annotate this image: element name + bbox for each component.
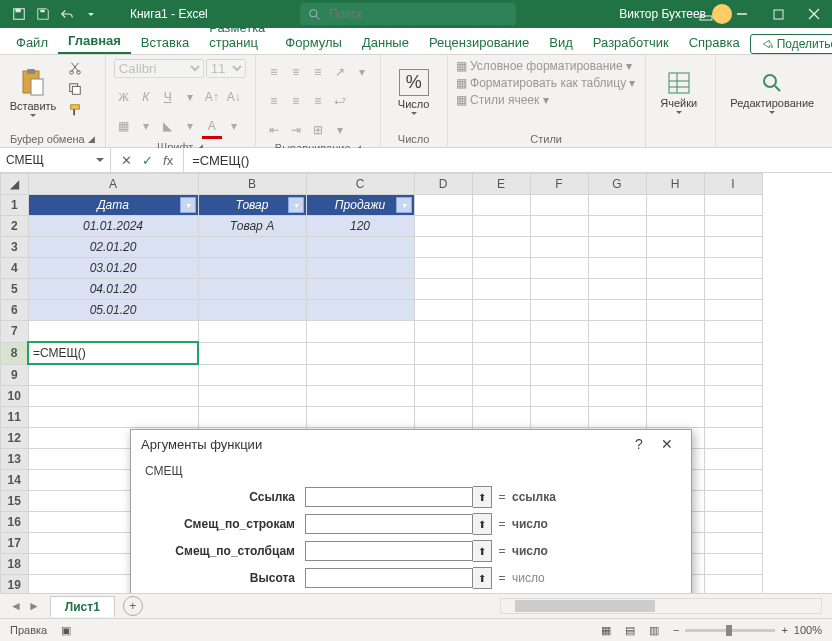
tab-вставка[interactable]: Вставка: [131, 31, 199, 54]
cell[interactable]: [704, 321, 762, 343]
cell[interactable]: [306, 321, 414, 343]
tab-данные[interactable]: Данные: [352, 31, 419, 54]
row-header[interactable]: 16: [1, 512, 29, 533]
cell[interactable]: [414, 321, 472, 343]
col-header[interactable]: A: [28, 174, 198, 195]
row-header[interactable]: 10: [1, 386, 29, 407]
cell[interactable]: 120: [306, 216, 414, 237]
cell[interactable]: [530, 364, 588, 386]
add-sheet-icon[interactable]: +: [123, 596, 143, 616]
row-header[interactable]: 19: [1, 575, 29, 594]
enter-formula-icon[interactable]: ✓: [142, 153, 153, 168]
fill-color-icon[interactable]: ◣: [158, 116, 178, 136]
cell[interactable]: [588, 342, 646, 364]
font-color-icon[interactable]: A: [202, 116, 222, 139]
col-header[interactable]: G: [588, 174, 646, 195]
cell[interactable]: [704, 491, 762, 512]
cell[interactable]: [588, 195, 646, 216]
col-header[interactable]: E: [472, 174, 530, 195]
cell[interactable]: [414, 342, 472, 364]
row-header[interactable]: 3: [1, 237, 29, 258]
qat-dropdown-icon[interactable]: [80, 3, 102, 25]
cell[interactable]: [472, 237, 530, 258]
zoom-percent[interactable]: 100%: [794, 624, 822, 636]
cell[interactable]: [198, 364, 306, 386]
cell[interactable]: [530, 258, 588, 279]
cell[interactable]: [704, 279, 762, 300]
font-size-select[interactable]: 11: [206, 59, 246, 78]
cell[interactable]: [704, 449, 762, 470]
cell[interactable]: [530, 386, 588, 407]
row-header[interactable]: 11: [1, 407, 29, 428]
format-as-table-button[interactable]: ▦ Форматировать как таблицу ▾: [456, 76, 636, 90]
undo-icon[interactable]: [56, 3, 78, 25]
tab-разработчик[interactable]: Разработчик: [583, 31, 679, 54]
minimize-icon[interactable]: [724, 0, 760, 28]
cell[interactable]: [28, 386, 198, 407]
collapse-dialog-icon[interactable]: ⬆: [473, 486, 492, 508]
col-header[interactable]: C: [306, 174, 414, 195]
sheet-area[interactable]: ◢ABCDEFGHI1Дата▾Товар▾Продажи▾201.01.202…: [0, 173, 832, 593]
wrap-text-icon[interactable]: ⮐: [330, 91, 350, 111]
tab-вид[interactable]: Вид: [539, 31, 583, 54]
cell[interactable]: [646, 386, 704, 407]
cell[interactable]: [530, 407, 588, 428]
dialog-close-icon[interactable]: ✕: [653, 436, 681, 452]
bold-icon[interactable]: Ж: [114, 87, 134, 107]
search-input[interactable]: [327, 6, 491, 22]
prev-sheet-icon[interactable]: ◄: [10, 599, 22, 613]
cancel-formula-icon[interactable]: ✕: [121, 153, 132, 168]
cell[interactable]: [198, 258, 306, 279]
cell[interactable]: [198, 300, 306, 321]
collapse-dialog-icon[interactable]: ⬆: [473, 513, 492, 535]
cell[interactable]: [530, 279, 588, 300]
cell[interactable]: [198, 342, 306, 364]
row-header[interactable]: 9: [1, 364, 29, 386]
row-header[interactable]: 5: [1, 279, 29, 300]
merge-icon[interactable]: ⊞: [308, 120, 328, 140]
cell[interactable]: [306, 237, 414, 258]
cell[interactable]: [28, 321, 198, 343]
col-header[interactable]: F: [530, 174, 588, 195]
zoom-slider[interactable]: [685, 629, 775, 632]
tab-справка[interactable]: Справка: [679, 31, 750, 54]
cut-icon[interactable]: [64, 59, 86, 77]
cell[interactable]: [646, 216, 704, 237]
cell[interactable]: [28, 407, 198, 428]
macro-record-icon[interactable]: ▣: [61, 624, 71, 637]
cell[interactable]: [198, 279, 306, 300]
cell[interactable]: [414, 237, 472, 258]
paste-button[interactable]: Вставить: [8, 59, 58, 125]
save-icon[interactable]: [32, 3, 54, 25]
cell[interactable]: [646, 279, 704, 300]
autosave-icon[interactable]: [8, 3, 30, 25]
orientation-icon[interactable]: ↗: [330, 62, 350, 82]
cell[interactable]: [198, 407, 306, 428]
cell[interactable]: [472, 195, 530, 216]
cell[interactable]: [704, 300, 762, 321]
page-break-icon[interactable]: ▥: [649, 624, 659, 637]
cell[interactable]: [198, 321, 306, 343]
col-header[interactable]: B: [198, 174, 306, 195]
search-box[interactable]: [300, 3, 516, 25]
cell[interactable]: [704, 554, 762, 575]
arg-input-1[interactable]: [305, 514, 473, 534]
increase-indent-icon[interactable]: ⇥: [286, 120, 306, 140]
cell[interactable]: [198, 386, 306, 407]
tab-главная[interactable]: Главная: [58, 29, 131, 54]
cell[interactable]: [306, 300, 414, 321]
cell[interactable]: [530, 342, 588, 364]
cell[interactable]: [472, 258, 530, 279]
row-header[interactable]: 1: [1, 195, 29, 216]
row-header[interactable]: 2: [1, 216, 29, 237]
cell[interactable]: [704, 512, 762, 533]
cell[interactable]: [704, 237, 762, 258]
row-header[interactable]: 17: [1, 533, 29, 554]
filter-icon[interactable]: ▾: [180, 197, 196, 213]
row-header[interactable]: 8: [1, 342, 29, 364]
cell[interactable]: [530, 195, 588, 216]
cell[interactable]: [472, 407, 530, 428]
cell[interactable]: [704, 258, 762, 279]
cell[interactable]: [704, 364, 762, 386]
cell[interactable]: [472, 300, 530, 321]
